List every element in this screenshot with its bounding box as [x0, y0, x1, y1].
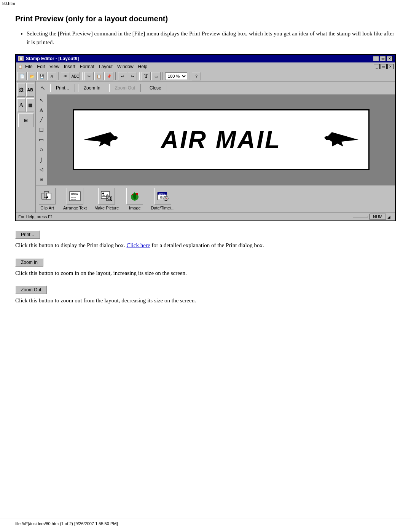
zoom-in-section: Zoom In Click this button to zoom in on … [15, 257, 396, 278]
separator-2 [82, 72, 83, 80]
tool-grid[interactable]: ▦ [26, 98, 35, 112]
redo-button[interactable]: ↪ [128, 72, 137, 80]
zoom-out-button[interactable]: Zoom Out [109, 84, 141, 92]
datetime-svg: DATE 12 34 5 6 7 8 [157, 190, 169, 202]
restore-button[interactable]: ▭ [380, 56, 386, 61]
line-tool[interactable]: ╱ [37, 115, 46, 125]
menu-layout[interactable]: Layout [97, 63, 115, 70]
menu-file[interactable]: File [23, 63, 35, 70]
text-button[interactable]: T [142, 72, 151, 80]
close-button[interactable]: ✕ [387, 56, 393, 61]
make-picture-svg [100, 190, 113, 202]
menu-help[interactable]: Help [136, 63, 150, 70]
zoom-select[interactable]: 100 % 50 % 75 % 150 % 200 % [165, 72, 187, 80]
menu-format[interactable]: Format [78, 63, 97, 70]
arrange-text-icon: aBCo ==== ==== [67, 188, 83, 204]
undo-button[interactable]: ↩ [118, 72, 127, 80]
make-picture-icon [98, 188, 115, 204]
help-toolbar-button[interactable]: ? [192, 72, 201, 80]
minimize-button[interactable]: _ [373, 56, 379, 61]
status-box-empty [353, 216, 368, 217]
image-label: Image [129, 206, 141, 210]
toolbar: 📄 📂 💾 🖨 👁 ABC ✂ 📋 📌 ↩ ↪ T ▭ 100 % 50 % 7… [16, 71, 395, 81]
menu-view[interactable]: View [47, 63, 62, 70]
airplane-right-icon [320, 125, 362, 155]
arrange-text-label: Arrange Text [63, 206, 87, 210]
arrange-text-svg: aBCo ==== ==== [69, 190, 81, 202]
arrow-tool[interactable]: ↖ [39, 85, 47, 91]
datetime-button[interactable]: DATE 12 34 5 6 7 8 Date/Time/... [151, 188, 175, 210]
mdi-restore-button[interactable]: ▭ [381, 64, 387, 69]
new-button[interactable]: 📄 [18, 72, 27, 80]
menu-window[interactable]: Window [115, 63, 136, 70]
airplane-left-icon [80, 125, 122, 155]
num-lock-indicator: NUM [370, 214, 386, 220]
zoom-in-button[interactable]: Zoom In [78, 84, 106, 92]
paste-button[interactable]: 📌 [104, 72, 113, 80]
mdi-minimize-button[interactable]: _ [374, 64, 380, 69]
zoom-out-button-display[interactable]: Zoom Out [15, 286, 47, 294]
separator-4 [139, 72, 140, 80]
svg-point-20 [133, 193, 136, 200]
clip-art-icon: ▲ [39, 188, 56, 204]
help-text: For Help, press F1 [18, 214, 53, 219]
ellipse-tool[interactable]: ○ [37, 145, 46, 154]
resize-grip-icon: ◢ [387, 215, 393, 219]
menu-bar: 📋 File Edit View Insert Format Layout Wi… [16, 62, 395, 71]
zoom-in-button-display[interactable]: Zoom In [15, 258, 43, 267]
svg-point-21 [136, 193, 138, 195]
tool-object[interactable]: ⊞ [18, 113, 33, 127]
cut-button[interactable]: ✂ [84, 72, 94, 80]
separator-3 [115, 72, 116, 80]
datetime-label: Date/Time/... [151, 206, 175, 210]
image-icon [126, 188, 143, 204]
svg-text:====: ==== [71, 198, 76, 201]
zoom-in-description: Click this button to zoom in on the layo… [15, 269, 396, 278]
save-button[interactable]: 💾 [37, 72, 46, 80]
preview-button[interactable]: 👁 [61, 72, 70, 80]
app-icon: 📋 [18, 56, 24, 61]
titlebar: 📋 Stamp Editor - [Layout9] _ ▭ ✕ [16, 55, 395, 62]
clip-art-button[interactable]: ▲ Clip Art [39, 188, 56, 210]
select-tool[interactable]: ↖ [37, 96, 46, 105]
rect-tool[interactable]: □ [37, 125, 46, 134]
tool-text[interactable]: A [17, 98, 25, 112]
stamp-text: AIR MAIL [122, 126, 320, 154]
svg-point-22 [132, 194, 133, 195]
print-toolbar-button[interactable]: 🖨 [47, 72, 56, 80]
close-preview-button[interactable]: Close [144, 84, 167, 92]
tool-ab[interactable]: AB [26, 83, 35, 97]
arrange-text-button[interactable]: aBCo ==== ==== Arrange Text [63, 188, 87, 210]
print-description: Click this button to display the Print d… [15, 241, 396, 250]
polygon-tool[interactable]: ◁ [37, 165, 46, 174]
preview-toolbar: ↖ Print... Zoom In Zoom Out Close [36, 81, 395, 94]
status-bar: For Help, press F1 NUM ◢ [16, 212, 395, 220]
roundrect-tool[interactable]: ▭ [37, 135, 46, 144]
page-heading: Print Preview (only for a layout documen… [15, 14, 396, 23]
print-preview-button[interactable]: Print... [50, 84, 75, 92]
stamp-preview: AIR MAIL [73, 109, 370, 170]
frame-button[interactable]: ▭ [151, 72, 161, 80]
intro-paragraph: Selecting the [Print Preview] command in… [27, 29, 396, 46]
separator-6 [189, 72, 190, 80]
browser-tab: 80.htm [0, 0, 411, 7]
spell-button[interactable]: ABC [71, 72, 80, 80]
separator-1 [58, 72, 59, 80]
menu-insert[interactable]: Insert [62, 63, 78, 70]
copy-button[interactable]: 📋 [94, 72, 104, 80]
tool-stamp[interactable]: 🖼 [17, 83, 25, 97]
open-button[interactable]: 📂 [27, 72, 37, 80]
make-picture-button[interactable]: Make Picture [94, 188, 119, 210]
curve-tool[interactable]: ∫ [37, 155, 46, 164]
print-button-display[interactable]: Print... [15, 230, 40, 239]
mdi-icon: 📋 [18, 64, 23, 69]
svg-text:aBCo: aBCo [71, 193, 78, 195]
stamp-tool2[interactable]: ⊟ [37, 175, 46, 184]
image-button[interactable]: Image [126, 188, 143, 210]
click-here-link[interactable]: Click here [127, 242, 150, 248]
mdi-close-button[interactable]: ✕ [387, 64, 393, 69]
object-bar: ▲ Clip Art aBCo ==== ==== [36, 185, 395, 212]
page-footer: file:///E|/insiders/80.htm (1 of 2) [9/2… [0, 519, 411, 528]
text-tool[interactable]: A [37, 105, 46, 115]
menu-edit[interactable]: Edit [35, 63, 47, 70]
